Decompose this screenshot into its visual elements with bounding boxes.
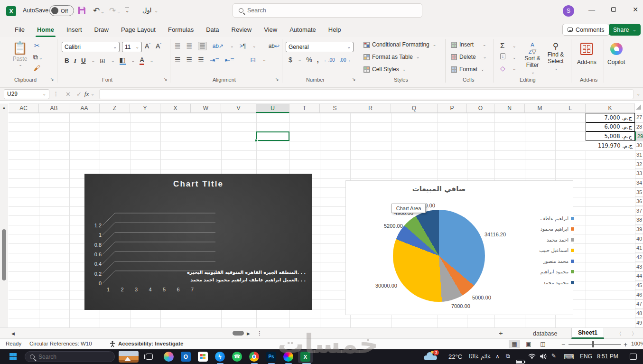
legend-item[interactable]: ابراهيم محمود [529, 224, 574, 235]
align-left-icon[interactable]: ☰ [175, 56, 181, 64]
legend-item[interactable]: اسماعيل حبيب [529, 245, 574, 256]
column-header-AB[interactable]: AB [39, 103, 69, 113]
number-format-select[interactable]: General⌄ [286, 42, 354, 52]
tab-formulas[interactable]: Formulas [162, 23, 200, 36]
merge-center-icon[interactable]: ⊟ [251, 56, 256, 64]
circular-references-status[interactable]: Circular References: W10 [29, 341, 92, 346]
comma-style-icon[interactable]: , [317, 56, 319, 64]
column-header-Q[interactable]: Q [391, 103, 438, 113]
chrome-icon[interactable] [249, 352, 259, 362]
temperature[interactable]: 22°C [448, 353, 462, 360]
scrollbar-options-icon[interactable]: ⋮ [257, 330, 262, 336]
column-header-L[interactable]: L [555, 103, 586, 113]
avatar[interactable]: S [563, 5, 574, 17]
row-header-39[interactable]: 39 [635, 225, 643, 234]
tray-chevron-icon[interactable]: ∧ [495, 353, 500, 360]
insert-cells-button[interactable]: Insert⌄ [451, 41, 486, 48]
minimize-button[interactable]: — [581, 0, 603, 19]
column-header-U[interactable]: U [256, 103, 289, 113]
zoom-slider-thumb[interactable] [592, 341, 594, 347]
bold-button[interactable]: B [65, 57, 69, 64]
row-header-28[interactable]: 28 [635, 122, 643, 132]
name-box[interactable]: U29⌄ [4, 89, 49, 99]
cast-icon[interactable]: ⧉ [506, 353, 510, 359]
align-right-icon[interactable]: ☰ [198, 56, 204, 64]
page-break-view-icon[interactable]: ◫ [537, 340, 549, 348]
battery-icon[interactable] [516, 360, 524, 364]
row-header-40[interactable]: 40 [635, 234, 643, 243]
weather-condition[interactable]: غائم غالبًا [469, 353, 491, 360]
cell-K27[interactable]: ج.م. 7,000 [586, 113, 635, 122]
clock[interactable]: 8:51 PM [597, 353, 618, 360]
namebox-splitter[interactable]: ⋮ [53, 91, 59, 97]
widgets-icon[interactable] [119, 351, 139, 363]
line-chart[interactable]: Chart Title 1.210.80.60.40.201234567 الم… [84, 174, 312, 310]
worksheet-grid[interactable]: ▲ ACABAAZYXWVUTSRQPONMLK2728293031323334… [0, 101, 643, 327]
zoom-level[interactable]: 100% [631, 341, 643, 346]
cell-K30[interactable]: ج.م. 119,970 [586, 141, 635, 150]
orientation-icon[interactable]: ab↗ [213, 43, 224, 49]
tab-home[interactable]: Home [31, 23, 60, 36]
row-header-36[interactable]: 36 [635, 197, 643, 206]
sheet-tab-database[interactable]: database [527, 328, 563, 339]
tab-automate[interactable]: Automate [283, 23, 322, 36]
maximize-button[interactable] [603, 0, 624, 19]
row-header-31[interactable]: 31 [635, 150, 643, 160]
text-direction-icon[interactable]: >¶ [240, 43, 246, 49]
copy-icon[interactable]: ⧉⌄ [33, 53, 43, 61]
zoom-in-icon[interactable]: + [624, 341, 627, 348]
delete-cells-button[interactable]: Delete⌄ [451, 54, 486, 60]
outlook-icon[interactable]: O [181, 352, 191, 362]
cell-K28[interactable]: ج.م. 6,000 [586, 122, 635, 132]
clipboard-dialog-launcher[interactable]: ↘ [50, 77, 54, 82]
cell-styles-button[interactable]: Cell Styles⌄ [363, 66, 406, 73]
column-header-T[interactable]: T [289, 103, 320, 113]
undo-button[interactable]: ↶⌄ [93, 6, 104, 16]
weather-icon[interactable]: 3 [424, 353, 438, 360]
scroll-up-icon[interactable]: ▲ [2, 105, 6, 110]
clear-icon[interactable]: ◇ [500, 65, 505, 72]
font-size-select[interactable]: 11⌄ [122, 42, 142, 52]
legend-item[interactable]: محمود محمد [529, 277, 574, 288]
select-all-corner[interactable] [636, 104, 641, 110]
percent-style-icon[interactable]: % [306, 56, 312, 64]
save-icon[interactable] [77, 6, 86, 15]
row-header-42[interactable]: 42 [635, 253, 643, 262]
pie-plot[interactable] [393, 210, 485, 302]
taskbar-search-input[interactable] [38, 354, 95, 360]
align-middle-icon[interactable]: ☰ [186, 42, 193, 50]
sort-filter-button[interactable]: AZ▽ Sort & Filter⌄ [522, 41, 543, 75]
row-header-34[interactable]: 34 [635, 178, 643, 188]
formula-input[interactable] [99, 89, 634, 99]
column-header-AA[interactable]: AA [69, 103, 100, 113]
whatsapp-icon[interactable]: ☎ [232, 352, 242, 362]
column-header-Y[interactable]: Y [130, 103, 160, 113]
sheet-tab-sheet1[interactable]: Sheet1 [571, 328, 604, 339]
align-bottom-icon[interactable]: ☰ [198, 42, 207, 50]
store-icon[interactable] [198, 352, 208, 362]
number-dialog-launcher[interactable]: ↘ [352, 77, 356, 82]
increase-decimal-icon[interactable]: ←.00 [324, 57, 335, 63]
language-indicator[interactable]: ENG [580, 353, 592, 360]
horizontal-scrollbar-thumb[interactable] [233, 331, 244, 336]
font-color-icon[interactable]: A [140, 56, 144, 65]
tab-draw[interactable]: Draw [88, 23, 115, 36]
row-header-49[interactable]: 49 [635, 318, 643, 327]
cut-icon[interactable]: ✂ [34, 42, 40, 49]
row-header-48[interactable]: 48 [635, 309, 643, 318]
speaker-icon[interactable] [540, 353, 547, 360]
row-header-35[interactable]: 35 [635, 187, 643, 197]
column-header-Z[interactable]: Z [100, 103, 130, 113]
cell-K29[interactable]: ج.م. 5,008 [586, 131, 635, 141]
column-header-N[interactable]: N [494, 103, 525, 113]
alignment-dialog-launcher[interactable]: ↘ [275, 77, 279, 82]
fill-color-icon[interactable]: ◧ [120, 56, 126, 65]
legend-item[interactable]: محمود ابراهيم [529, 267, 574, 278]
wrap-text-icon[interactable]: ab↩ [269, 43, 280, 49]
tab-data[interactable]: Data [200, 23, 225, 36]
enter-icon[interactable]: ✓ [76, 91, 82, 98]
column-header-W[interactable]: W [191, 103, 221, 113]
hscroll-left-icon[interactable]: ◀ [11, 331, 15, 336]
start-button[interactable] [9, 353, 17, 360]
pie-chart-title[interactable]: صافي المبيعات [346, 185, 532, 193]
